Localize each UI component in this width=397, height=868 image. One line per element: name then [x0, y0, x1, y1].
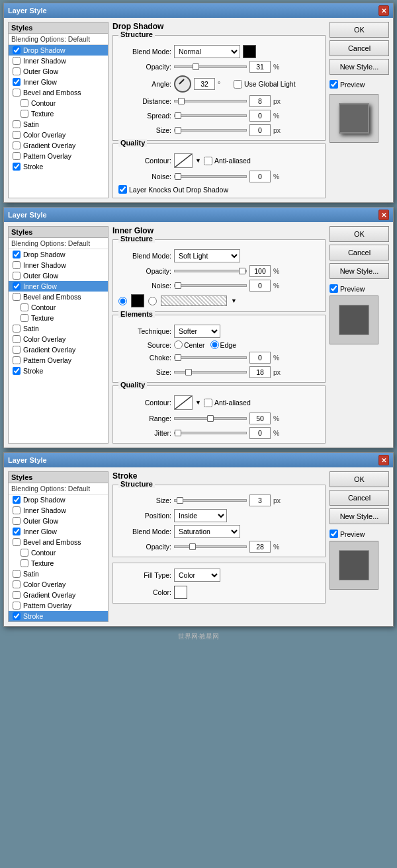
style-texture-2[interactable]: Texture [9, 313, 108, 323]
angle-circle-1[interactable] [174, 75, 191, 93]
spread-slider-1[interactable] [174, 114, 247, 117]
cb-inner-shadow-2[interactable] [13, 261, 21, 269]
size-slider-2[interactable] [174, 371, 247, 374]
style-inner-shadow-1[interactable]: Inner Shadow [9, 56, 108, 66]
style-texture-1[interactable]: Texture [9, 108, 108, 119]
jitter-slider-2[interactable] [174, 432, 247, 434]
cancel-button-3[interactable]: Cancel [330, 490, 389, 506]
cancel-button-2[interactable]: Cancel [330, 245, 389, 260]
style-bevel-1[interactable]: Bevel and Emboss [9, 87, 108, 98]
cb-texture-1[interactable] [21, 110, 28, 118]
size-slider-3[interactable] [174, 499, 247, 502]
cb-contour-3[interactable] [21, 549, 28, 557]
cb-inner-glow-3[interactable] [13, 528, 21, 535]
style-outer-glow-2[interactable]: Outer Glow [9, 270, 108, 281]
preview-cb-2[interactable] [330, 284, 338, 293]
cb-color-overlay-2[interactable] [13, 335, 21, 343]
cb-drop-shadow-3[interactable] [13, 496, 21, 504]
new-style-button-2[interactable]: New Style... [330, 263, 389, 279]
range-input-2[interactable] [249, 413, 271, 424]
cb-gradient-overlay-1[interactable] [13, 141, 21, 149]
style-drop-shadow-1[interactable]: Drop Shadow [9, 45, 108, 56]
style-pattern-overlay-2[interactable]: Pattern Overlay [9, 355, 108, 366]
size-input-2[interactable] [249, 366, 271, 378]
ok-button-1[interactable]: OK [330, 22, 389, 38]
cb-pattern-overlay-3[interactable] [13, 602, 21, 610]
choke-slider-2[interactable] [174, 356, 247, 359]
cb-pattern-overlay-1[interactable] [13, 152, 21, 160]
style-drop-shadow-2[interactable]: Drop Shadow [9, 249, 108, 260]
gradient-dropdown-arrow-2[interactable]: ▼ [231, 297, 237, 304]
ok-button-2[interactable]: OK [330, 226, 389, 242]
cb-inner-glow-1[interactable] [13, 78, 21, 86]
opacity-slider-1[interactable] [174, 65, 247, 68]
blending-options-2[interactable]: Blending Options: Default [9, 238, 108, 249]
opacity-input-1[interactable] [249, 61, 271, 73]
cb-stroke-2[interactable] [13, 367, 21, 375]
cb-stroke-3[interactable] [13, 612, 21, 620]
color-swatch-1[interactable] [243, 45, 256, 58]
style-color-overlay-1[interactable]: Color Overlay [9, 130, 108, 140]
cb-texture-3[interactable] [21, 559, 28, 567]
cb-stroke-1[interactable] [13, 163, 21, 171]
cb-drop-shadow-1[interactable] [13, 46, 21, 54]
close-button-1[interactable]: ✕ [378, 5, 389, 16]
opacity-input-3[interactable] [249, 541, 271, 553]
global-light-cb-1[interactable] [234, 80, 242, 89]
noise-input-2[interactable] [249, 280, 271, 292]
cb-inner-shadow-3[interactable] [13, 506, 21, 514]
fill-type-select-3[interactable]: Color Gradient Pattern [174, 569, 220, 582]
noise-slider-1[interactable] [174, 175, 247, 178]
technique-select-2[interactable]: Softer [174, 325, 220, 338]
gradient-radio-2[interactable] [148, 297, 157, 305]
cb-bevel-3[interactable] [13, 538, 21, 546]
style-inner-shadow-3[interactable]: Inner Shadow [9, 505, 108, 516]
style-bevel-3[interactable]: Bevel and Emboss [9, 537, 108, 547]
style-inner-glow-2[interactable]: Inner Glow [9, 281, 108, 292]
style-contour-2[interactable]: Contour [9, 302, 108, 313]
cb-color-overlay-1[interactable] [13, 131, 21, 139]
noise-input-1[interactable] [249, 171, 271, 182]
source-center-2[interactable]: Center [174, 340, 205, 349]
anti-alias-cb-1[interactable] [204, 157, 212, 165]
jitter-input-2[interactable] [249, 427, 271, 439]
style-inner-shadow-2[interactable]: Inner Shadow [9, 260, 108, 270]
source-edge-2[interactable]: Edge [210, 340, 237, 349]
style-stroke-3[interactable]: Stroke [9, 611, 108, 621]
contour-arrow-2[interactable]: ▼ [195, 399, 201, 406]
distance-input-1[interactable] [249, 95, 271, 107]
style-color-overlay-3[interactable]: Color Overlay [9, 579, 108, 590]
blending-options-3[interactable]: Blending Options: Default [9, 483, 108, 494]
cb-bevel-1[interactable] [13, 89, 21, 97]
anti-alias-cb-2[interactable] [204, 399, 212, 407]
style-gradient-overlay-1[interactable]: Gradient Overlay [9, 140, 108, 151]
style-outer-glow-3[interactable]: Outer Glow [9, 516, 108, 526]
ok-button-3[interactable]: OK [330, 471, 389, 487]
position-select-3[interactable]: Inside Outside Center [174, 509, 227, 522]
cb-outer-glow-2[interactable] [13, 272, 21, 280]
style-outer-glow-1[interactable]: Outer Glow [9, 66, 108, 77]
close-button-3[interactable]: ✕ [378, 455, 389, 465]
new-style-button-1[interactable]: New Style... [330, 59, 389, 75]
cb-contour-1[interactable] [21, 99, 28, 107]
cb-outer-glow-1[interactable] [13, 67, 21, 75]
contour-thumb-1[interactable] [174, 153, 193, 168]
angle-input-1[interactable] [194, 78, 215, 90]
global-light-label-1[interactable]: Use Global Light [234, 80, 296, 89]
style-inner-glow-3[interactable]: Inner Glow [9, 526, 108, 537]
style-texture-3[interactable]: Texture [9, 558, 108, 569]
opacity-input-2[interactable] [249, 265, 271, 277]
glow-color-swatch-2[interactable] [131, 294, 144, 307]
style-gradient-overlay-2[interactable]: Gradient Overlay [9, 344, 108, 355]
style-satin-1[interactable]: Satin [9, 119, 108, 130]
preview-cb-3[interactable] [330, 530, 338, 538]
choke-input-2[interactable] [249, 352, 271, 364]
cb-satin-3[interactable] [13, 570, 21, 578]
cb-outer-glow-3[interactable] [13, 517, 21, 525]
cb-gradient-overlay-2[interactable] [13, 346, 21, 354]
distance-slider-1[interactable] [174, 100, 247, 102]
cb-satin-2[interactable] [13, 325, 21, 333]
cb-pattern-overlay-2[interactable] [13, 356, 21, 364]
size-input-3[interactable] [249, 494, 271, 506]
cb-contour-2[interactable] [21, 303, 28, 311]
